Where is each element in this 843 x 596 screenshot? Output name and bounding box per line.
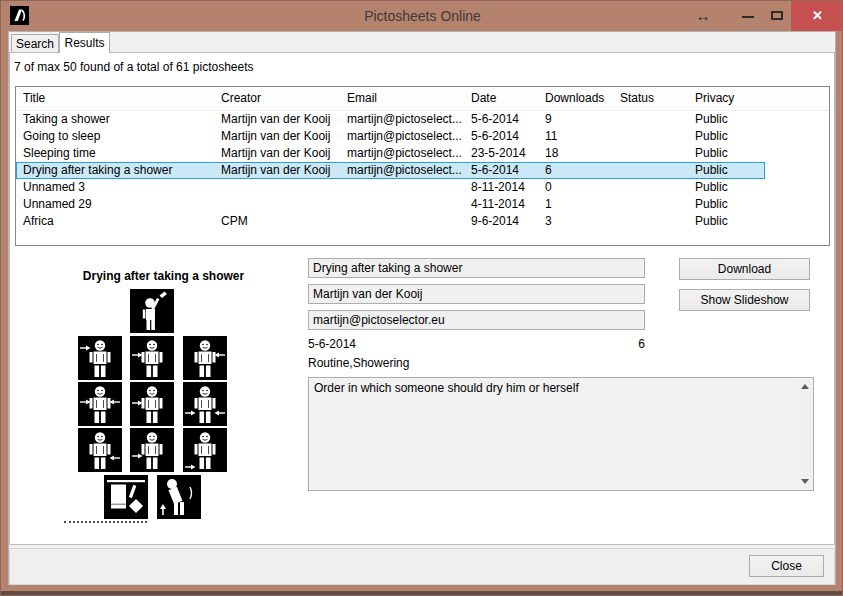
table-row[interactable]: Taking a shower Martijn van der Kooij ma…: [16, 111, 765, 128]
detail-description-box[interactable]: Order in which someone should dry him or…: [308, 377, 814, 491]
footer-bar: [9, 548, 835, 585]
row-title: Sleeping time: [16, 145, 221, 162]
row-privacy: Public: [695, 196, 765, 213]
row-privacy: Public: [695, 111, 765, 128]
row-title: Unnamed 3: [16, 179, 221, 196]
close-window-button[interactable]: ✕: [791, 1, 843, 31]
row-date: 8-11-2014: [471, 179, 545, 196]
row-date: 5-6-2014: [471, 162, 545, 179]
table-row-selected[interactable]: Drying after taking a shower Martijn van…: [16, 162, 765, 179]
download-button[interactable]: Download: [679, 258, 810, 280]
pictogram-tile-person: [183, 336, 227, 380]
minimize-icon: [742, 16, 754, 18]
row-status: [620, 145, 695, 162]
pictogram-tile-person: [78, 428, 122, 472]
row-email: martijn@pictoselect...: [347, 162, 471, 179]
row-date: 9-6-2014: [471, 213, 545, 230]
detail-description-text: Order in which someone should dry him or…: [314, 381, 795, 396]
table-row[interactable]: Sleeping time Martijn van der Kooij mart…: [16, 145, 765, 162]
column-header-privacy[interactable]: Privacy: [695, 87, 765, 110]
row-creator: CPM: [221, 213, 347, 230]
column-header-title[interactable]: Title: [16, 87, 221, 110]
row-downloads: 3: [545, 213, 620, 230]
pictogram-tile-person: [130, 382, 174, 426]
maximize-icon: [771, 11, 783, 20]
row-privacy: Public: [695, 162, 765, 179]
row-date: 23-5-2014: [471, 145, 545, 162]
pictogram-tile-person: [130, 336, 174, 380]
row-privacy: Public: [695, 145, 765, 162]
pictogram-tile-person: [78, 336, 122, 380]
titlebar: Pictosheets Online ↔ ✕: [1, 1, 843, 31]
detail-email-field[interactable]: [308, 310, 645, 330]
pictogram-tile-person: [183, 382, 227, 426]
row-downloads: 9: [545, 111, 620, 128]
resize-arrows-icon[interactable]: ↔: [691, 4, 715, 28]
table-row[interactable]: Unnamed 29 4-11-2014 1 Public: [16, 196, 765, 213]
results-table: Title Creator Email Date Downloads Statu…: [15, 86, 830, 246]
row-status: [620, 179, 695, 196]
row-title: Taking a shower: [16, 111, 221, 128]
row-status: [620, 162, 695, 179]
row-downloads: 6: [545, 162, 620, 179]
detail-date-value: 5-6-2014: [308, 337, 356, 351]
row-email: [347, 213, 471, 230]
description-scrollbar[interactable]: [798, 379, 812, 489]
row-downloads: 0: [545, 179, 620, 196]
row-downloads: 11: [545, 128, 620, 145]
row-email: [347, 179, 471, 196]
row-title: Drying after taking a shower: [16, 162, 221, 179]
pictogram-tile-bending-person: [157, 475, 201, 519]
row-creator: [221, 179, 347, 196]
table-row[interactable]: Unnamed 3 8-11-2014 0 Public: [16, 179, 765, 196]
pictosheets-online-window: Pictosheets Online ↔ ✕ Search Results 7 …: [0, 0, 843, 596]
column-header-date[interactable]: Date: [471, 87, 545, 110]
minimize-button[interactable]: [734, 1, 762, 31]
maximize-button[interactable]: [763, 1, 791, 31]
tab-search[interactable]: Search: [11, 34, 59, 53]
tab-results[interactable]: Results: [59, 32, 110, 53]
row-creator: Martijn van der Kooij: [221, 111, 347, 128]
row-creator: Martijn van der Kooij: [221, 128, 347, 145]
detail-tags-value: Routine,Showering: [308, 356, 409, 370]
pictogram-tile-person: [130, 428, 174, 472]
table-row[interactable]: Going to sleep Martijn van der Kooij mar…: [16, 128, 765, 145]
row-email: martijn@pictoselect...: [347, 128, 471, 145]
row-creator: [221, 196, 347, 213]
row-title: Going to sleep: [16, 128, 221, 145]
row-title: Unnamed 29: [16, 196, 221, 213]
table-header: Title Creator Email Date Downloads Statu…: [16, 87, 829, 111]
preview-watermark: [64, 521, 147, 523]
row-email: martijn@pictoselect...: [347, 111, 471, 128]
row-privacy: Public: [695, 128, 765, 145]
row-email: [347, 196, 471, 213]
pictogram-tile-drying-head: [130, 289, 174, 333]
results-summary: 7 of max 50 found of a total of 61 picto…: [14, 60, 254, 74]
scroll-down-icon[interactable]: [798, 474, 812, 489]
close-button[interactable]: Close: [749, 555, 824, 577]
row-title: Africa: [16, 213, 221, 230]
column-header-creator[interactable]: Creator: [221, 87, 347, 110]
detail-creator-field[interactable]: [308, 284, 645, 304]
row-creator: Martijn van der Kooij: [221, 145, 347, 162]
detail-downloads-value: 6: [638, 337, 645, 351]
column-header-status[interactable]: Status: [620, 87, 695, 110]
row-downloads: 18: [545, 145, 620, 162]
show-slideshow-button[interactable]: Show Slideshow: [679, 289, 810, 311]
column-header-downloads[interactable]: Downloads: [545, 87, 620, 110]
row-privacy: Public: [695, 213, 765, 230]
row-date: 5-6-2014: [471, 111, 545, 128]
row-date: 4-11-2014: [471, 196, 545, 213]
detail-title-field[interactable]: [308, 258, 645, 278]
table-row[interactable]: Africa CPM 9-6-2014 3 Public: [16, 213, 765, 230]
pictogram-tile-person: [78, 382, 122, 426]
row-status: [620, 196, 695, 213]
row-status: [620, 111, 695, 128]
row-status: [620, 128, 695, 145]
row-email: martijn@pictoselect...: [347, 145, 471, 162]
column-header-email[interactable]: Email: [347, 87, 471, 110]
row-date: 5-6-2014: [471, 128, 545, 145]
scroll-up-icon[interactable]: [798, 379, 812, 394]
window-bottom-edge: [1, 591, 842, 595]
pictogram-tile-person: [183, 428, 227, 472]
